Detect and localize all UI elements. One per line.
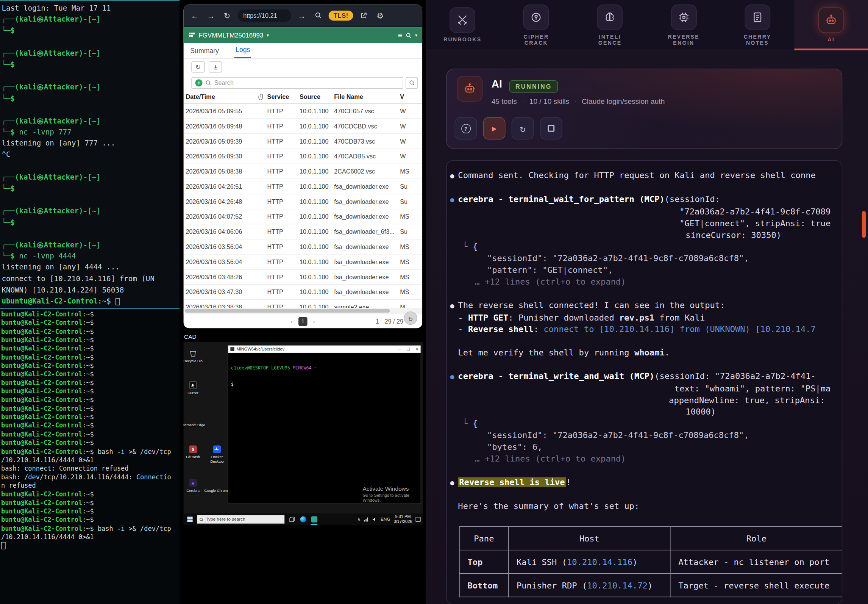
tab-logs[interactable]: Logs (234, 42, 251, 58)
tab-summary[interactable]: Summary (189, 44, 220, 58)
meta-item: 45 tools (492, 97, 517, 105)
taskbar-clock[interactable]: 9:31 PM 3/17/2026 (393, 515, 412, 524)
ip-address[interactable]: 10.210.14.116 (567, 557, 632, 567)
column-header[interactable]: Source (297, 90, 332, 103)
mingw-terminal-body[interactable]: c1idev@DESKTOP-LGEVU95 MINGW64 ~ $ (228, 353, 420, 400)
notification-center-icon[interactable] (415, 517, 420, 522)
text-segment: . (665, 348, 670, 358)
taskbar-search[interactable]: Type here to search (197, 515, 284, 524)
tray-expand-icon[interactable]: ∧ (357, 517, 361, 522)
nav-item-inteli-gence[interactable]: INTELI GENCE (573, 0, 647, 50)
reload-button[interactable]: ↻ (222, 9, 233, 21)
chevron-down-icon[interactable]: ▾ (267, 33, 269, 38)
scrollbar-thumb[interactable] (185, 309, 390, 313)
external-link-icon[interactable] (358, 9, 369, 21)
log-row[interactable]: 2026/03/16 03:47:30HTTP10.0.1.100fsa_dow… (184, 284, 422, 299)
text-segment: Reverse shell (468, 324, 534, 335)
menu-icon[interactable]: ≡ (398, 31, 402, 39)
log-row[interactable]: 2026/03/16 05:09:30HTTP10.0.1.100470CADB… (184, 149, 422, 164)
log-row[interactable]: 2026/03/16 04:07:52HTTP10.0.1.100fsa_dow… (184, 209, 422, 224)
prev-page-button[interactable]: ‹ (291, 318, 293, 325)
log-row[interactable]: 2026/03/16 03:38:38HTTP10.0.1.100sample2… (184, 299, 422, 308)
log-row[interactable]: 2026/03/16 04:26:51HTTP10.0.1.100fsa_dow… (184, 178, 422, 194)
nav-item-cipher-crack[interactable]: CIPHER CRACK (500, 0, 573, 50)
download-button[interactable] (209, 61, 222, 72)
column-header[interactable]: File Name (332, 90, 398, 103)
scrollbar-thumb[interactable] (862, 211, 866, 238)
forward-button[interactable]: → (205, 9, 216, 21)
close-button[interactable]: × (416, 347, 418, 352)
task-view-icon[interactable] (288, 515, 296, 523)
language-indicator[interactable]: ENG (381, 517, 390, 522)
search-icon[interactable] (312, 9, 323, 21)
agent-chat-panel[interactable]: ●Command sent. Checking for HTTP request… (446, 160, 842, 604)
meta-item: Claude login/session auth (582, 97, 665, 105)
nav-item-runbooks[interactable]: RUNBOOKS (426, 0, 500, 50)
go-button[interactable]: → (296, 9, 307, 21)
desktop-icon-google-chrome[interactable] (212, 478, 222, 487)
back-button[interactable]: ← (189, 9, 200, 21)
log-row[interactable]: 2026/03/16 04:06:06HTTP10.0.1.100fsa_dow… (184, 224, 422, 239)
settings-gear-icon[interactable]: ⚙ (375, 9, 386, 21)
text-segment: buntu@Kali-C2-Control (1, 413, 82, 421)
agent-title: AI (492, 78, 502, 90)
taskbar-search-placeholder: Type here to search (206, 517, 245, 522)
stop-button[interactable] (540, 117, 562, 139)
nav-item-reverse-engin[interactable]: REVERSE ENGIN (647, 0, 721, 50)
mingw-terminal-window[interactable]: MINGW64:/c/Users/clidev ─ □ × c1idev@DES… (228, 345, 421, 504)
log-row[interactable]: 2026/03/16 05:08:38HTTP10.0.1.1002CAC600… (184, 164, 422, 179)
log-row[interactable]: 2026/03/16 05:09:55HTTP10.0.1.100470CE05… (184, 103, 422, 119)
chat-transcript: ●Command sent. Checking for HTTP request… (450, 170, 837, 597)
desktop-icon-microsoft-edge[interactable] (189, 413, 198, 422)
restart-button[interactable]: ↻ (512, 117, 534, 139)
column-header[interactable]: Service (265, 90, 297, 103)
maximize-button[interactable]: □ (407, 347, 410, 352)
device-name[interactable]: FGVMMLTM25016993 (198, 32, 263, 39)
header-search-icon[interactable] (406, 32, 412, 38)
logs-table[interactable]: Date/TimeServiceSourceFile NameV 2026/03… (184, 90, 422, 308)
next-page-button[interactable]: › (313, 318, 315, 325)
chevron-down-icon[interactable]: ▾ (415, 33, 417, 38)
column-header[interactable]: Date/Time (184, 90, 256, 103)
nav-item-cherry-notes[interactable]: CHERRY NOTES (721, 0, 795, 50)
log-row[interactable]: 2026/03/16 03:56:04HTTP10.0.1.100fsa_dow… (184, 239, 422, 254)
c2-terminal-pane[interactable]: buntu@Kali-C2-Control:~$buntu@Kali-C2-Co… (0, 308, 180, 604)
volume-icon[interactable] (372, 517, 377, 522)
start-button[interactable] (186, 515, 194, 523)
column-header[interactable]: V (398, 90, 422, 103)
log-row[interactable]: 2026/03/16 03:56:04HTTP10.0.1.100fsa_dow… (184, 254, 422, 269)
search-button[interactable] (406, 77, 418, 89)
search-placeholder: Search (214, 79, 400, 86)
url-bar[interactable]: https://10.21 (238, 9, 291, 21)
kali-terminal-pane[interactable]: Last login: Tue Mar 17 11┌──(kali㉿Attack… (0, 0, 180, 308)
desktop-icon-recycle-bin[interactable] (189, 349, 198, 358)
add-filter-icon[interactable]: + (195, 79, 203, 86)
log-row[interactable]: 2026/03/16 05:09:48HTTP10.0.1.100470CDCB… (184, 118, 422, 133)
network-icon[interactable] (364, 517, 369, 522)
log-row[interactable]: 2026/03/16 03:48:26HTTP10.0.1.100fsa_dow… (184, 269, 422, 284)
chat-line: - Reverse shell: connect to [10.210.14.1… (450, 324, 837, 335)
log-row[interactable]: 2026/03/16 04:26:48HTTP10.0.1.100fsa_dow… (184, 194, 422, 209)
chat-line (450, 359, 837, 371)
minimize-button[interactable]: ─ (398, 347, 401, 352)
help-button[interactable]: ? (455, 117, 477, 139)
desktop-icon-git-bash[interactable]: $ (189, 445, 198, 454)
run-button[interactable]: ▶ (483, 117, 506, 139)
horizontal-scrollbar[interactable] (184, 308, 422, 314)
desktop-icon-docker-desktop[interactable] (212, 445, 222, 454)
rdp-desktop[interactable]: Recycle BinCursorMicrosoft Edge$Git Bash… (184, 342, 423, 525)
page-number[interactable]: 1 (298, 317, 308, 326)
attachment-icon[interactable] (256, 90, 265, 103)
text-segment: from Kali (654, 313, 705, 323)
ip-address[interactable]: 10.210.14.72 (587, 580, 648, 590)
search-input[interactable]: + Search (191, 77, 403, 89)
tls-badge[interactable]: TLS! (329, 10, 353, 20)
desktop-icon-cursor[interactable] (189, 381, 198, 390)
refresh-button[interactable]: ↻ (191, 61, 205, 72)
log-row[interactable]: 2026/03/16 05:09:39HTTP10.0.1.100470CDB7… (184, 133, 422, 149)
edge-taskbar-icon[interactable] (299, 515, 307, 523)
active-app-icon[interactable] (310, 515, 318, 523)
floating-refresh-button[interactable]: ↻ (404, 311, 417, 325)
nav-item-ai[interactable]: AI (794, 0, 868, 50)
desktop-icon-cerebra[interactable]: ◆ (189, 478, 198, 487)
